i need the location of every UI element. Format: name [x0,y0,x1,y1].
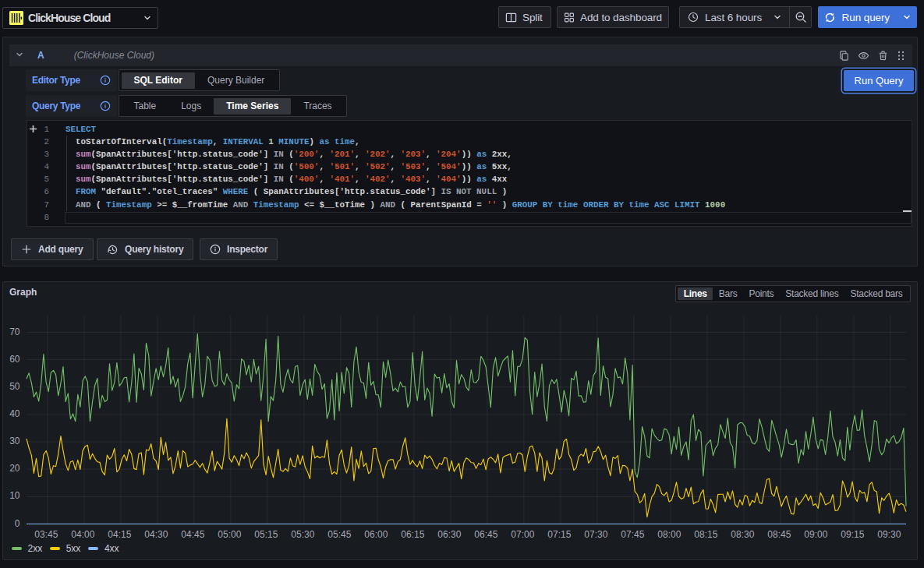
svg-text:60: 60 [9,354,20,365]
svg-text:08:45: 08:45 [767,529,791,540]
svg-text:09:00: 09:00 [804,529,827,540]
svg-text:05:00: 05:00 [218,529,241,540]
svg-text:40: 40 [9,408,20,419]
svg-text:07:15: 07:15 [547,529,571,540]
svg-text:07:45: 07:45 [621,529,644,540]
svg-text:06:00: 06:00 [364,529,388,540]
svg-text:05:15: 05:15 [254,529,278,540]
svg-text:0: 0 [15,518,20,529]
svg-text:08:15: 08:15 [694,529,717,540]
svg-text:06:15: 06:15 [401,529,424,540]
svg-text:70: 70 [9,326,20,337]
svg-text:50: 50 [9,381,20,392]
svg-text:10: 10 [9,490,20,501]
svg-text:04:00: 04:00 [71,529,94,540]
svg-text:09:30: 09:30 [877,529,901,540]
svg-text:06:30: 06:30 [437,529,461,540]
svg-text:07:00: 07:00 [511,529,534,540]
svg-text:07:30: 07:30 [584,529,607,540]
svg-text:20: 20 [9,463,20,474]
svg-text:30: 30 [9,436,20,446]
svg-text:08:00: 08:00 [657,529,681,540]
svg-text:06:45: 06:45 [474,529,497,540]
svg-text:04:15: 04:15 [108,529,131,540]
svg-text:08:30: 08:30 [731,529,754,540]
svg-text:04:30: 04:30 [144,529,168,540]
svg-text:03:45: 03:45 [34,529,58,540]
svg-text:05:30: 05:30 [291,529,314,540]
svg-text:05:45: 05:45 [327,529,351,540]
svg-text:04:45: 04:45 [181,529,204,540]
svg-text:09:15: 09:15 [841,529,864,540]
